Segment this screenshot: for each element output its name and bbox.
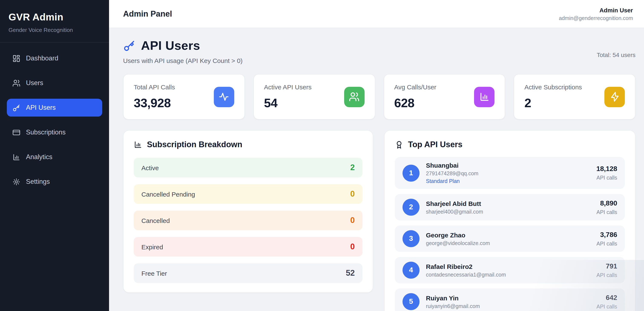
award-icon (395, 140, 403, 149)
users-icon (344, 87, 364, 107)
breakdown-row-expired: Expired 0 (134, 237, 362, 257)
breakdown-row-cancelled: Cancelled 0 (134, 211, 362, 230)
activity-icon (214, 87, 234, 107)
top-user-row-5: 5 Ruiyan Yin ruiyanyin6@gmail.com 642 AP… (395, 289, 625, 311)
api-calls-value: 3,786 (596, 231, 617, 239)
page-title: API Users (141, 39, 200, 53)
api-calls-value: 8,890 (596, 199, 617, 207)
app-title: GVR Admin (8, 11, 100, 23)
top-user-row-1: 1 Shuangbai 2791474289@qq.com Standard P… (395, 157, 625, 189)
subscription-breakdown-panel: Subscription Breakdown Active 2 Cancelle… (123, 130, 373, 293)
dashboard-icon (12, 54, 20, 62)
top-user-row-2: 2 Sharjeel Abid Butt sharjeel400@gmail.c… (395, 194, 625, 220)
breakdown-value: 2 (350, 163, 355, 172)
stat-label: Avg Calls/User (394, 83, 436, 91)
top-users-list: 1 Shuangbai 2791474289@qq.com Standard P… (395, 157, 625, 311)
api-calls-unit: API calls (596, 175, 617, 181)
stat-card-total-api-calls: Total API Calls 33,928 (123, 74, 245, 120)
stat-value: 54 (264, 96, 312, 110)
page-head: API Users Users with API usage (API Key … (123, 39, 636, 64)
rank-badge: 5 (402, 293, 420, 310)
sidebar-item-settings[interactable]: Settings (7, 173, 102, 191)
sidebar-item-label: API Users (26, 104, 56, 111)
rank-badge: 4 (402, 262, 420, 279)
breakdown-value: 0 (350, 189, 355, 199)
api-calls-unit: API calls (596, 241, 617, 247)
user-name: Ruiyan Yin (426, 294, 480, 302)
api-calls-value: 642 (596, 294, 617, 302)
stat-label: Active Subscriptions (524, 83, 582, 91)
sidebar-item-label: Subscriptions (26, 128, 66, 136)
top-user-row-3: 3 George Zhao george@videolocalize.com 3… (395, 226, 625, 252)
total-users-label: Total: 54 users (597, 51, 636, 58)
content: API Users Users with API usage (API Key … (109, 28, 644, 311)
panel-title: Top API Users (408, 140, 462, 149)
breakdown-row-active: Active 2 (134, 158, 362, 177)
breakdown-label: Cancelled (142, 217, 170, 224)
sidebar-header: GVR Admin Gender Voice Recognition (0, 0, 109, 42)
breakdown-row-cancelled-pending: Cancelled Pending 0 (134, 184, 362, 204)
user-name: Admin User (559, 6, 633, 13)
breakdown-label: Expired (142, 243, 163, 250)
key-icon (12, 104, 20, 112)
user-email: contadesnecessaria1@gmail.com (426, 272, 506, 278)
stat-card-active-subscriptions: Active Subscriptions 2 (514, 74, 636, 120)
credit-card-icon (12, 128, 20, 136)
breakdown-row-free-tier: Free Tier 52 (134, 263, 362, 283)
main-area: Admin Panel Admin User admin@genderrecog… (109, 0, 644, 311)
bar-chart-icon (474, 87, 495, 107)
zap-icon (604, 87, 625, 107)
panel-title: Subscription Breakdown (147, 140, 242, 149)
user-email: sharjeel400@gmail.com (426, 209, 483, 215)
gear-icon (12, 178, 20, 186)
sidebar: GVR Admin Gender Voice Recognition Dashb… (0, 0, 109, 311)
sidebar-item-analytics[interactable]: Analytics (7, 148, 102, 166)
sidebar-item-label: Settings (26, 178, 50, 186)
rank-badge: 2 (402, 199, 420, 216)
user-email: admin@genderrecognition.com (559, 15, 633, 21)
api-calls-unit: API calls (596, 272, 617, 278)
sidebar-item-dashboard[interactable]: Dashboard (7, 49, 102, 67)
sidebar-item-subscriptions[interactable]: Subscriptions (7, 123, 102, 141)
sidebar-item-label: Users (26, 79, 43, 87)
breakdown-label: Cancelled Pending (142, 190, 195, 198)
stat-label: Active API Users (264, 83, 312, 91)
top-api-users-panel: Top API Users 1 Shuangbai 2791474289@qq.… (384, 130, 636, 311)
sidebar-item-api-users[interactable]: API Users (7, 99, 102, 117)
user-name: Sharjeel Abid Butt (426, 200, 483, 207)
stat-card-avg-calls: Avg Calls/User 628 (384, 74, 505, 120)
stat-value: 33,928 (134, 96, 175, 110)
topbar-title: Admin Panel (123, 9, 172, 18)
bar-chart-icon (134, 140, 142, 149)
app-window: GVR Admin Gender Voice Recognition Dashb… (0, 0, 644, 311)
top-user-row-4: 4 Rafael Ribeiro2 contadesnecessaria1@gm… (395, 257, 625, 283)
plan-link[interactable]: Standard Plan (426, 178, 478, 184)
breakdown-value: 52 (346, 269, 355, 278)
rank-badge: 3 (402, 230, 420, 247)
key-icon (123, 39, 136, 52)
page-subtitle: Users with API usage (API Key Count > 0) (123, 57, 242, 64)
breakdown-label: Free Tier (142, 270, 167, 277)
topbar: Admin Panel Admin User admin@genderrecog… (109, 0, 644, 28)
user-email: george@videolocalize.com (426, 240, 490, 246)
api-calls-value: 791 (596, 262, 617, 270)
stat-card-active-api-users: Active API Users 54 (254, 74, 375, 120)
breakdown-value: 0 (350, 242, 355, 252)
api-calls-unit: API calls (596, 304, 617, 310)
stat-label: Total API Calls (134, 83, 175, 91)
api-calls-unit: API calls (596, 209, 617, 215)
api-calls-value: 18,128 (596, 165, 617, 173)
breakdown-list: Active 2 Cancelled Pending 0 Cancelled 0 (134, 158, 362, 283)
sidebar-item-label: Analytics (26, 153, 52, 161)
user-name: Shuangbai (426, 162, 478, 169)
sidebar-item-users[interactable]: Users (7, 74, 102, 92)
user-name: Rafael Ribeiro2 (426, 263, 506, 270)
user-name: George Zhao (426, 231, 490, 239)
user-email: 2791474289@qq.com (426, 171, 478, 177)
app-subtitle: Gender Voice Recognition (8, 27, 100, 33)
stat-value: 628 (394, 96, 436, 110)
user-box[interactable]: Admin User admin@genderrecognition.com (559, 6, 633, 21)
bar-chart-icon (12, 153, 20, 161)
breakdown-label: Active (142, 164, 159, 171)
panels-row: Subscription Breakdown Active 2 Cancelle… (123, 130, 636, 311)
